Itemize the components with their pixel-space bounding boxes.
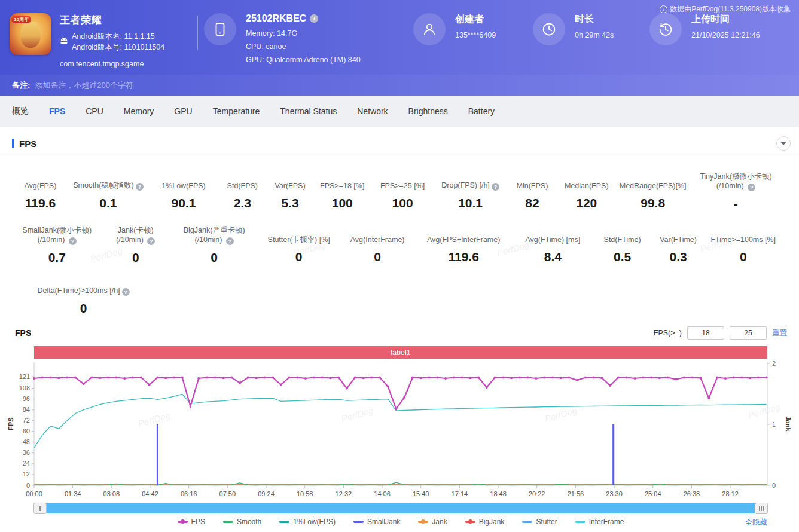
help-icon[interactable]: ?	[122, 288, 130, 296]
help-icon[interactable]: ?	[748, 184, 755, 191]
legend-marker	[279, 521, 289, 523]
tab-概览[interactable]: 概览	[12, 106, 29, 117]
series-SmallJank	[157, 424, 613, 485]
legend-item-InterFrame[interactable]: InterFrame	[575, 518, 624, 526]
help-icon[interactable]: ?	[226, 237, 234, 245]
creator-value: 135****6409	[455, 29, 496, 42]
stats-row-1: Avg(FPS)119.6Smooth(稳帧指数)?0.11%Low(FPS)9…	[0, 172, 799, 211]
svg-text:0: 0	[26, 482, 30, 489]
app-icon-badge: 10周年	[11, 16, 31, 23]
legend-label: InterFrame	[589, 518, 624, 526]
fps-threshold-input-1[interactable]	[687, 326, 724, 340]
legend-item-FPS[interactable]: FPS	[178, 518, 205, 526]
stat-label: Avg(InterFrame)	[340, 225, 415, 244]
scrollbar-left-handle[interactable]	[33, 503, 47, 514]
stat-value: 0	[13, 301, 154, 316]
help-icon[interactable]: ?	[147, 237, 155, 245]
help-icon[interactable]: ?	[492, 183, 499, 191]
scrollbar-right-handle[interactable]	[755, 503, 768, 514]
stat-Jank: Jank(卡顿)(/10min) ?0	[101, 225, 170, 265]
svg-text:96: 96	[23, 395, 30, 402]
legend-marker	[178, 521, 188, 523]
legend-item-BigJank[interactable]: BigJank	[465, 518, 505, 526]
help-icon[interactable]: ?	[69, 237, 77, 245]
collector-notice: i 数据由PerfDog(11.3.250908)版本收集	[660, 4, 791, 14]
stat-BigJank: BigJank(严重卡顿)(/10min) ?0	[170, 225, 258, 265]
stat-Smooth: Smooth(稳帧指数)?0.1	[68, 172, 149, 211]
device-cpu: CPU: canoe	[246, 40, 361, 53]
tab-FPS[interactable]: FPS	[49, 106, 65, 116]
svg-text:72: 72	[23, 417, 30, 424]
stat-1%Low-FPS: 1%Low(FPS)90.1	[149, 172, 218, 211]
stat-value: 100	[371, 196, 434, 210]
header-divider	[197, 16, 198, 50]
app-package: com.tencent.tmgp.sgame	[60, 60, 144, 68]
svg-text:17:14: 17:14	[452, 490, 468, 497]
person-icon	[413, 13, 446, 45]
tab-Battery[interactable]: Battery	[468, 106, 495, 116]
stat-value: 120	[558, 196, 615, 210]
svg-text:24: 24	[23, 460, 30, 467]
stat-Avg-FPS: Avg(FPS)119.6	[13, 172, 68, 211]
chart-scrollbar[interactable]	[34, 503, 767, 513]
legend-item-SmallJank[interactable]: SmallJank	[353, 518, 400, 526]
legend-label: Jank	[432, 518, 447, 526]
chart-label-banner: label1	[34, 346, 767, 359]
legend-marker	[418, 521, 428, 523]
stat-value: 8.4	[512, 250, 593, 264]
duration-block: 时长 0h 29m 42s	[533, 13, 649, 45]
device-info-icon[interactable]: i	[310, 14, 318, 23]
stat-label: Median(FPS)	[558, 172, 615, 191]
help-icon[interactable]: ?	[136, 183, 144, 191]
tab-Network[interactable]: Network	[357, 106, 388, 116]
stat-value: 0	[340, 250, 415, 264]
tab-Thermal Status[interactable]: Thermal Status	[280, 106, 337, 116]
legend-item-Smooth[interactable]: Smooth	[223, 518, 261, 526]
fps-threshold-input-2[interactable]	[730, 326, 767, 340]
reset-link[interactable]: 重置	[772, 328, 787, 338]
stat-label: Std(FPS)	[218, 172, 267, 191]
stat-Std-FPS: Std(FPS)2.3	[218, 172, 267, 211]
legend-dot	[421, 519, 425, 524]
stat-value: 5.3	[267, 196, 314, 210]
svg-text:03:08: 03:08	[103, 490, 120, 497]
fps-section-header: FPS	[0, 127, 799, 157]
stat-Median-FPS: Median(FPS)120	[558, 172, 615, 211]
tab-Brightness[interactable]: Brightness	[408, 106, 448, 116]
fps-chart-panel: FPS FPS(>=) 重置 label1 121108968472604836…	[0, 326, 799, 526]
collapse-button[interactable]	[776, 136, 791, 151]
hide-all-link[interactable]: 全隐藏	[745, 518, 768, 528]
app-icon: 10周年	[10, 13, 51, 55]
tab-Memory[interactable]: Memory	[124, 106, 154, 116]
legend-label: FPS	[191, 518, 205, 526]
section-accent-bar	[12, 139, 14, 148]
svg-text:10:58: 10:58	[297, 490, 313, 497]
note-input[interactable]: 添加备注，不超过200个字符	[35, 80, 133, 91]
svg-text:Jank: Jank	[785, 416, 792, 432]
stat-label: Min(FPS)	[507, 172, 558, 191]
legend-marker	[465, 521, 475, 523]
legend-item-1%Low(FPS)[interactable]: 1%Low(FPS)	[279, 518, 336, 526]
stat-label: Delta(FTime)>100ms [/h]?	[13, 277, 154, 296]
note-bar: 备注: 添加备注，不超过200个字符	[0, 75, 799, 96]
legend-marker	[575, 521, 585, 523]
fps-jank-chart[interactable]: 1211089684726048362412021000:0001:3403:0…	[6, 359, 793, 501]
tab-Temperature[interactable]: Temperature	[213, 106, 260, 116]
svg-text:14:06: 14:06	[374, 490, 391, 497]
device-model: 25102RKBEC	[246, 13, 306, 24]
svg-text:07:50: 07:50	[219, 490, 236, 497]
stat-value: -	[691, 197, 781, 211]
legend-label: SmallJank	[367, 518, 400, 526]
creator-block: 创建者 135****6409	[413, 13, 533, 45]
stat-value: 0.1	[68, 196, 149, 210]
stat-label: MedRange(FPS)[%]	[615, 172, 691, 191]
tab-GPU[interactable]: GPU	[174, 106, 192, 116]
stat-FPS>-18-%: FPS>=18 [%]100	[313, 172, 371, 211]
stat-value: 90.1	[149, 196, 218, 210]
svg-text:09:24: 09:24	[258, 490, 275, 497]
content: PerfDogPerfDogPerfDogPerfDogPerfDogPerfD…	[0, 127, 799, 526]
legend-item-Stutter[interactable]: Stutter	[522, 518, 557, 526]
series-FPS	[33, 377, 768, 411]
tab-CPU[interactable]: CPU	[86, 106, 103, 116]
legend-item-Jank[interactable]: Jank	[418, 518, 447, 526]
